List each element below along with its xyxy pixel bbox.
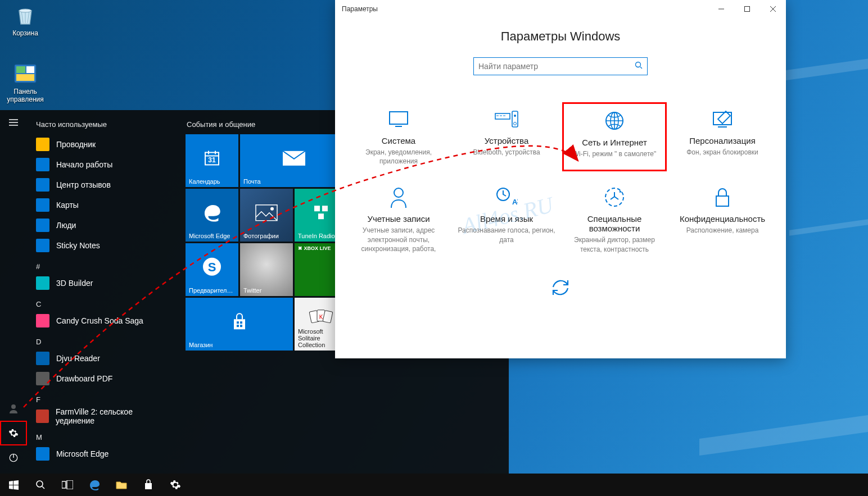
- app-row-djvu-reader[interactable]: Djvu Reader: [31, 348, 173, 368]
- tile-label: Microsoft Solitaire Collection: [298, 328, 344, 348]
- svg-rect-3: [26, 66, 34, 73]
- tile-почта[interactable]: Почта: [240, 134, 347, 187]
- tile-фотографии[interactable]: Фотографии: [240, 189, 293, 242]
- app-row-sticky-notes[interactable]: Sticky Notes: [31, 235, 173, 256]
- settings-category-devices[interactable]: УстройстваBluetooth, устройства: [454, 102, 559, 171]
- tile-магазин[interactable]: Магазин: [186, 298, 293, 351]
- app-row-candy-crush-soda-saga[interactable]: Candy Crush Soda Saga: [31, 311, 173, 331]
- letter-header[interactable]: #: [31, 256, 173, 273]
- svg-point-35: [394, 188, 403, 197]
- update-icon: [512, 276, 609, 299]
- tunein-icon: [311, 202, 331, 224]
- window-minimize-button[interactable]: [708, 0, 734, 18]
- calendar-icon: 31: [202, 148, 221, 169]
- letter-header[interactable]: D: [31, 331, 173, 348]
- devices-icon: [458, 108, 555, 130]
- settings-category-accounts[interactable]: Учетные записиУчетные записи, адрес элек…: [346, 180, 451, 259]
- search-icon: [635, 61, 643, 71]
- svg-rect-14: [318, 213, 324, 219]
- category-title: Устройства: [458, 136, 555, 145]
- app-row-3d-builder[interactable]: 3D Builder: [31, 273, 173, 293]
- start-button[interactable]: [0, 474, 27, 496]
- app-row-центр-отзывов[interactable]: Центр отзывов: [31, 175, 173, 195]
- taskbar-settings-button[interactable]: [162, 474, 189, 496]
- app-row-farmville-2-сельское-уединение[interactable]: FarmVille 2: сельское уединение: [31, 406, 173, 426]
- settings-category-privacy[interactable]: КонфиденциальностьРасположение, камера: [670, 180, 775, 259]
- tile-label: TuneIn Radio: [298, 233, 344, 239]
- settings-category-ease[interactable]: Специальные возможностиЭкранный диктор, …: [562, 180, 667, 259]
- app-row-люди[interactable]: Люди: [31, 215, 173, 235]
- settings-category-system[interactable]: СистемаЭкран, уведомления, приложения: [346, 102, 451, 171]
- app-row-microsoft-edge[interactable]: Microsoft Edge: [31, 444, 173, 464]
- svg-point-5: [11, 404, 16, 409]
- app-row-карты[interactable]: Карты: [31, 195, 173, 215]
- app-icon: [36, 409, 49, 423]
- tile-label: Предварител…: [189, 287, 235, 294]
- taskbar-explorer-button[interactable]: [108, 474, 135, 496]
- category-desc: Экранный диктор, размер текста, контраст…: [566, 235, 663, 253]
- settings-search-box[interactable]: [473, 57, 648, 75]
- start-power-button[interactable]: [0, 445, 27, 470]
- desktop-icon-control-panel[interactable]: Панель управления: [4, 62, 46, 103]
- start-settings-button[interactable]: [0, 421, 27, 445]
- mail-icon: [282, 150, 306, 168]
- settings-category-personalize[interactable]: ПерсонализацияФон, экран блокировки: [670, 102, 775, 171]
- window-close-button[interactable]: [760, 0, 786, 18]
- tile-twitter[interactable]: Twitter: [240, 243, 293, 296]
- gear-icon: [170, 479, 181, 490]
- svg-rect-28: [495, 113, 510, 119]
- svg-rect-17: [237, 321, 239, 324]
- settings-category-update[interactable]: [508, 271, 613, 310]
- svg-rect-10: [256, 205, 277, 221]
- start-apps-list: Часто используемые ПроводникНачало работ…: [27, 110, 173, 474]
- svg-rect-18: [240, 321, 242, 324]
- app-icon: [36, 276, 49, 290]
- gear-icon: [8, 428, 19, 438]
- taskbar-search-button[interactable]: [27, 474, 54, 496]
- svg-point-0: [19, 9, 31, 12]
- app-row-проводник[interactable]: Проводник: [31, 134, 173, 154]
- app-icon: [36, 372, 49, 385]
- timelang-icon: A字: [458, 186, 555, 208]
- tile-microsoft-edge[interactable]: Microsoft Edge: [186, 189, 238, 242]
- desktop-icon-recycle-bin[interactable]: Корзина: [4, 3, 46, 37]
- svg-rect-2: [16, 66, 25, 73]
- taskbar-taskview-button[interactable]: [54, 474, 81, 496]
- app-label: Drawboard PDF: [56, 374, 112, 383]
- app-row-начало-работы[interactable]: Начало работы: [31, 154, 173, 175]
- folder-icon: [116, 480, 127, 489]
- app-icon: [36, 138, 49, 151]
- start-user-button[interactable]: [0, 396, 27, 421]
- letter-header[interactable]: M: [31, 426, 173, 444]
- tile-предварител-[interactable]: SПредварител…: [186, 243, 238, 296]
- letter-header[interactable]: C: [31, 293, 173, 311]
- ease-icon: [566, 186, 663, 208]
- settings-window: Параметры Параметры Windows СистемаЭкран…: [335, 0, 786, 358]
- tile-календарь[interactable]: 31Календарь: [186, 134, 238, 187]
- app-label: Начало работы: [56, 160, 112, 169]
- svg-rect-4: [16, 74, 34, 81]
- personalize-icon: [673, 108, 771, 130]
- category-title: Специальные возможности: [566, 214, 663, 233]
- category-title: Время и язык: [458, 214, 555, 224]
- svg-point-31: [514, 122, 517, 125]
- app-icon: [36, 447, 49, 461]
- settings-category-timelang[interactable]: A字Время и языкРаспознавание голоса, реги…: [454, 180, 559, 259]
- tile-label: Twitter: [243, 287, 290, 294]
- app-row-drawboard-pdf[interactable]: Drawboard PDF: [31, 368, 173, 389]
- letter-header[interactable]: F: [31, 389, 173, 406]
- window-maximize-button[interactable]: [734, 0, 760, 18]
- app-icon: [36, 314, 49, 327]
- tile-label: Календарь: [189, 178, 235, 185]
- settings-category-network[interactable]: Сеть и ИнтернетWi-Fi, режим " в самолете…: [562, 102, 667, 171]
- settings-search-input[interactable]: [478, 62, 635, 71]
- recent-header: Часто используемые: [31, 120, 173, 134]
- taskview-icon: [62, 480, 73, 489]
- tile-sublabel: ✖ XBOX LIVE: [298, 245, 331, 251]
- app-icon: [36, 352, 49, 365]
- taskbar-store-button[interactable]: [135, 474, 162, 496]
- taskbar-edge-button[interactable]: [81, 474, 108, 496]
- start-tiles: События и общение 31КалендарьПочтаMicros…: [173, 110, 347, 474]
- svg-rect-41: [62, 481, 66, 488]
- start-menu-expand-button[interactable]: [0, 110, 27, 135]
